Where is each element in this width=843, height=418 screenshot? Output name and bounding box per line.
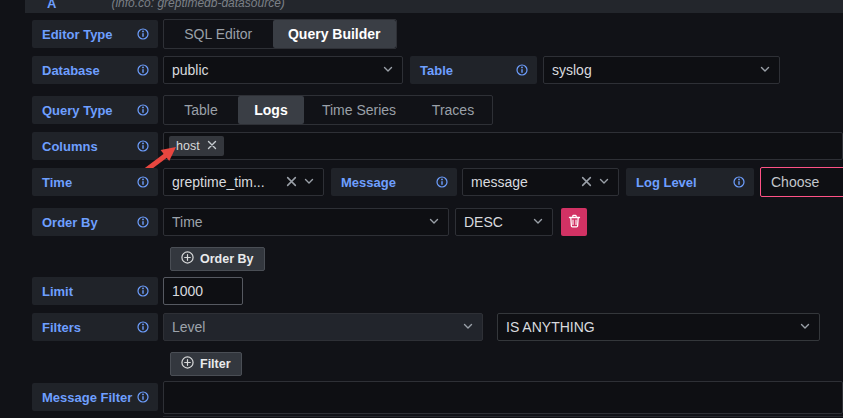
chevron-down-icon	[382, 62, 394, 78]
column-tag-host: host	[169, 136, 224, 156]
message-filter-label: Message Filter	[42, 390, 132, 405]
remove-tag-icon[interactable]	[207, 139, 217, 153]
add-filter-label: Filter	[200, 357, 231, 371]
info-icon[interactable]	[733, 176, 745, 188]
column-tag-label: host	[176, 139, 200, 153]
trash-icon	[568, 214, 581, 231]
chevron-down-icon	[303, 174, 315, 190]
columns-label-box: Columns	[32, 132, 158, 160]
message-column-value: message	[471, 174, 528, 190]
info-icon[interactable]	[137, 321, 149, 333]
database-value: public	[172, 62, 209, 78]
table-value: syslog	[552, 62, 592, 78]
query-type-option-traces[interactable]: Traces	[414, 96, 492, 124]
message-label: Message	[341, 175, 396, 190]
query-type-option-logs[interactable]: Logs	[238, 96, 304, 124]
info-icon[interactable]	[137, 140, 149, 152]
info-icon[interactable]	[137, 285, 149, 297]
order-by-direction-value: DESC	[464, 214, 503, 230]
limit-value: 1000	[172, 283, 203, 299]
info-icon[interactable]	[137, 216, 149, 228]
add-filter-button[interactable]: Filter	[170, 352, 242, 376]
chevron-down-icon	[799, 319, 811, 335]
filters-label-box: Filters	[32, 313, 158, 341]
add-order-by-label: Order By	[200, 252, 254, 266]
time-label-box: Time	[32, 168, 158, 196]
remove-order-by-button[interactable]	[561, 208, 587, 236]
query-refid: A	[47, 0, 56, 11]
add-order-by-button[interactable]: Order By	[170, 247, 265, 271]
chevron-down-icon	[759, 62, 771, 78]
filter-field-select[interactable]: Level	[163, 313, 483, 341]
editor-type-option-sql-editor[interactable]: SQL Editor	[164, 20, 273, 48]
order-by-field-select[interactable]: Time	[163, 208, 449, 236]
info-icon[interactable]	[137, 176, 149, 188]
log-level-label-box: Log Level	[626, 168, 754, 196]
order-by-field-value: Time	[172, 214, 203, 230]
table-label: Table	[420, 63, 453, 78]
filter-field-value: Level	[172, 319, 205, 335]
info-icon[interactable]	[137, 28, 149, 40]
chevron-down-icon	[598, 174, 610, 190]
time-column-select[interactable]: greptime_tim...	[163, 168, 324, 196]
info-icon[interactable]	[137, 64, 149, 76]
table-select[interactable]: syslog	[543, 56, 780, 84]
filter-condition-value: IS ANYTHING	[506, 319, 595, 335]
info-icon[interactable]	[436, 176, 448, 188]
query-type-group: Table Logs Time Series Traces	[163, 95, 493, 125]
editor-type-option-query-builder[interactable]: Query Builder	[273, 20, 396, 48]
message-filter-label-box: Message Filter	[32, 383, 158, 411]
message-filter-input[interactable]	[163, 381, 843, 414]
columns-multiselect[interactable]: host	[163, 132, 843, 160]
database-label: Database	[42, 63, 100, 78]
datasource-name: (info.co: greptimedb-datasource)	[111, 0, 284, 10]
editor-type-group: SQL Editor Query Builder	[163, 19, 397, 49]
info-icon[interactable]	[137, 391, 149, 403]
chevron-down-icon	[428, 214, 440, 230]
filters-label: Filters	[42, 320, 81, 335]
query-editor: A (info.co: greptimedb-datasource) Edito…	[0, 0, 843, 418]
columns-label: Columns	[42, 139, 98, 154]
clear-icon[interactable]	[286, 174, 297, 190]
database-label-box: Database	[32, 56, 158, 84]
editor-type-label: Editor Type	[42, 27, 113, 42]
database-select[interactable]: public	[163, 56, 403, 84]
chevron-down-icon	[532, 214, 544, 230]
chevron-down-icon	[462, 319, 474, 335]
log-level-select[interactable]: Choose	[760, 167, 843, 197]
message-column-select[interactable]: message	[462, 168, 619, 196]
filter-condition-select[interactable]: IS ANYTHING	[497, 313, 820, 341]
plus-circle-icon	[181, 251, 194, 267]
order-by-direction-select[interactable]: DESC	[455, 208, 553, 236]
query-type-label-box: Query Type	[32, 96, 158, 124]
order-by-label: Order By	[42, 215, 98, 230]
query-type-option-table[interactable]: Table	[164, 96, 238, 124]
message-label-box: Message	[331, 168, 457, 196]
time-column-value: greptime_tim...	[172, 174, 265, 190]
query-type-option-time-series[interactable]: Time Series	[304, 96, 414, 124]
info-icon[interactable]	[516, 64, 528, 76]
clear-icon[interactable]	[581, 174, 592, 190]
log-level-label: Log Level	[636, 175, 697, 190]
editor-type-label-box: Editor Type	[32, 20, 158, 48]
query-row-header: A (info.co: greptimedb-datasource)	[25, 0, 843, 13]
table-label-box: Table	[410, 56, 537, 84]
time-label: Time	[42, 175, 72, 190]
limit-label-box: Limit	[32, 277, 158, 305]
log-level-placeholder: Choose	[771, 174, 819, 190]
order-by-label-box: Order By	[32, 208, 158, 236]
limit-label: Limit	[42, 284, 73, 299]
plus-circle-icon	[181, 356, 194, 372]
limit-input[interactable]: 1000	[163, 277, 243, 305]
info-icon[interactable]	[137, 104, 149, 116]
query-type-label: Query Type	[42, 103, 113, 118]
